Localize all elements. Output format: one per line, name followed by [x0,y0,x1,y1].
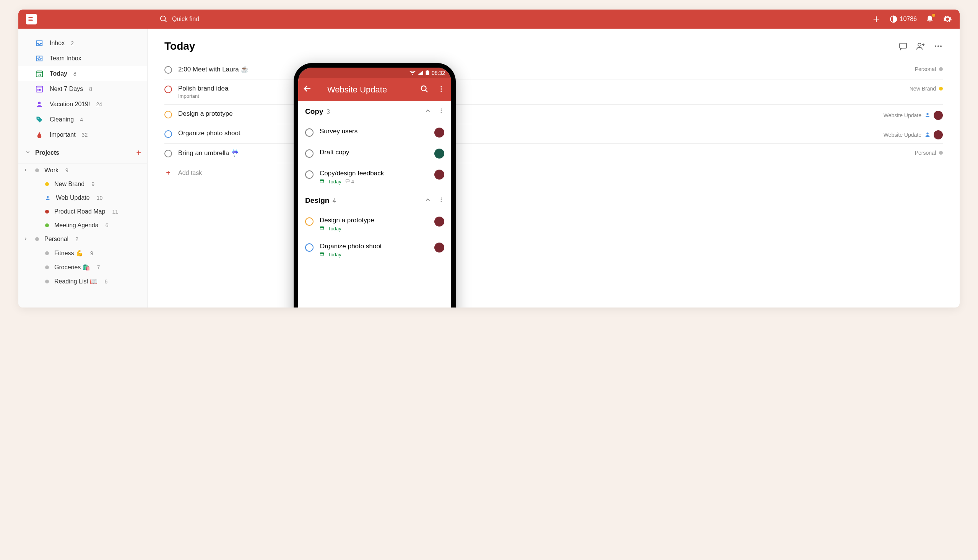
sidebar-filter-label: Vacation 2019! [50,101,90,108]
phone-section-header[interactable]: Design 4 [298,190,451,211]
task-checkbox[interactable] [164,85,172,93]
phone-task-title: Organize photo shoot [319,243,428,250]
karma-value: 10786 [900,16,917,23]
project-dot-icon [939,67,943,71]
phone-task-date: Today [328,226,341,232]
task-project-label: Personal [915,150,936,156]
app-logo-icon[interactable] [26,14,37,25]
projects-header[interactable]: Projects + [18,142,147,163]
task-row[interactable]: Design a prototype Website Update [164,105,943,124]
comments-icon[interactable] [898,42,908,51]
svg-point-28 [926,132,928,134]
task-checkbox[interactable] [164,66,172,74]
svg-point-18 [37,118,38,119]
project-item-reading-list-[interactable]: Reading List 📖 6 [18,274,147,288]
more-vertical-icon[interactable] [438,107,444,116]
sidebar-filter-next-7-days[interactable]: Next 7 Days 8 [18,82,147,97]
add-task-button[interactable]: + Add task [164,163,943,183]
phone-section-header[interactable]: Copy 3 [298,101,451,122]
phone-task-row[interactable]: Copy/design feedback Today 4 [298,164,451,190]
chevron-up-icon[interactable] [425,107,431,116]
avatar [434,217,444,227]
project-count: 6 [105,222,109,228]
project-item-web-update[interactable]: Web Update 10 [18,191,147,205]
plus-icon: + [164,168,172,177]
task-checkbox[interactable] [305,243,314,252]
avatar [434,243,444,252]
task-row[interactable]: Bring an umbrella ☔ Personal [164,143,943,163]
back-icon[interactable] [303,84,312,95]
svg-point-26 [940,45,942,47]
section-name: Design [305,196,329,204]
sidebar-filter-inbox[interactable]: Inbox 2 [18,35,147,51]
sidebar-filter-cleaning[interactable]: Cleaning 4 [18,112,147,127]
task-checkbox[interactable] [305,149,314,158]
add-icon[interactable] [872,15,881,24]
add-project-icon[interactable]: + [136,148,141,158]
phone-header: Website Update [298,78,451,101]
sidebar-filter-label: Today [50,70,67,77]
chevron-right-icon[interactable] [24,168,28,173]
phone-search-icon[interactable] [419,85,430,95]
avatar [434,128,444,138]
task-checkbox[interactable] [305,170,314,179]
avatar [434,170,444,180]
sidebar-filter-today[interactable]: 21 Today 8 [18,66,147,82]
svg-point-44 [441,199,442,200]
phone-time: 08:32 [431,70,445,76]
project-item-product-road-map[interactable]: Product Road Map 11 [18,205,147,218]
topbar: 10786 [18,10,960,28]
search-input[interactable] [172,16,287,23]
settings-icon[interactable] [943,15,952,24]
task-row[interactable]: 2:00 Meet with Laura ☕ Personal [164,60,943,80]
sidebar-filter-vacation-2019-[interactable]: Vacation 2019! 24 [18,97,147,112]
task-checkbox[interactable] [164,111,172,118]
phone-task-row[interactable]: Organize photo shoot Today [298,237,451,263]
chevron-up-icon[interactable] [425,196,431,205]
task-project-label: Website Update [884,132,921,138]
project-item-groceries-[interactable]: Groceries 🛍️ 7 [18,260,147,274]
task-checkbox[interactable] [164,130,172,138]
search-icon[interactable] [159,15,168,24]
task-checkbox[interactable] [164,150,172,157]
sidebar-filter-team-inbox[interactable]: Team Inbox [18,51,147,66]
task-checkbox[interactable] [305,128,314,137]
project-item-new-brand[interactable]: New Brand 9 [18,177,147,191]
svg-point-43 [441,197,442,198]
task-title: Organize photo shoot [178,130,943,137]
phone-task-date: Today [328,179,341,185]
phone-task-row[interactable]: Draft copy [298,143,451,164]
section-count: 4 [333,197,336,204]
today-icon: 21 [35,70,43,78]
more-vertical-icon[interactable] [438,196,444,205]
inbox-icon [35,39,43,47]
phone-more-icon[interactable] [436,85,446,95]
phone-task-row[interactable]: Survey users [298,122,451,143]
svg-point-19 [47,196,49,198]
topbar-right: 10786 [872,15,952,24]
chevron-right-icon[interactable] [24,237,28,242]
task-checkbox[interactable] [305,217,314,226]
svg-rect-20 [899,43,906,48]
more-icon[interactable] [934,42,943,51]
karma-counter[interactable]: 10786 [889,15,917,23]
share-icon[interactable] [916,42,925,51]
project-item-fitness-[interactable]: Fitness 💪 9 [18,246,147,260]
task-body: Polish brand idea Important [178,85,943,99]
sidebar: Inbox 2 Team Inbox 21 Today 8 Next 7 Day… [18,28,147,308]
sidebar-filter-count: 4 [80,117,83,123]
svg-point-0 [160,16,166,21]
project-item-work[interactable]: Work 9 [18,163,147,177]
svg-point-39 [441,112,442,113]
calendar-icon [35,85,43,93]
phone-body: Copy 3 Survey users Draft copy Copy/desi… [298,101,451,308]
task-row[interactable]: Organize photo shoot Website Update [164,124,943,143]
notifications-icon[interactable] [925,15,935,24]
phone-task-row[interactable]: Design a prototype Today [298,211,451,237]
task-row[interactable]: Polish brand idea Important New Brand [164,80,943,105]
svg-line-1 [165,20,167,22]
calendar-icon [319,179,324,185]
project-item-meeting-agenda[interactable]: Meeting Agenda 6 [18,218,147,232]
sidebar-filter-important[interactable]: Important 32 [18,127,147,142]
project-item-personal[interactable]: Personal 2 [18,232,147,246]
